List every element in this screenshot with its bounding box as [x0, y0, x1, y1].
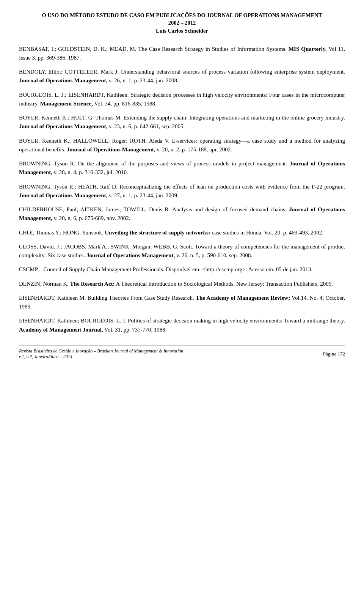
ref-text-part: Unveiling the structure of supply networ…: [105, 230, 210, 236]
ref-entry: DENZIN, Norman K. The Research Act: A Th…: [19, 280, 345, 288]
ref-entry: EISENHARDT, Kathleen M. Building Theorie…: [19, 294, 345, 311]
ref-text-part: A Theoretical Introduction to Sociologic…: [115, 281, 333, 287]
ref-text-part: CHOI, Thomas Y.; HONG, Yunsook.: [19, 230, 105, 236]
ref-text-part: Management Science,: [40, 101, 93, 107]
ref-entry: BROWNING, Tyson R.; HEATH, Ralf D. Recon…: [19, 182, 345, 200]
ref-text-part: The Research Act:: [70, 281, 115, 287]
footer-left: Revista Brasileira de Gestão e Inovação …: [19, 348, 183, 360]
ref-text-part: v. 27, n. 1, p. 23-44, jan. 2009.: [107, 192, 178, 198]
ref-text-part: BROWNING, Tyson R.; HEATH, Ralf D. Recon…: [19, 184, 345, 190]
ref-text-part: case studies in Honda. Vol. 20, p. 469-4…: [210, 230, 323, 236]
ref-text-part: BENBASAT, I.; GOLDSTEIN, D. K.; MEAD, M.…: [19, 46, 289, 52]
ref-text-part: Journal of Operations Management,: [19, 77, 107, 83]
ref-text-part: Journal of Operations Management,: [19, 192, 107, 198]
ref-text-part: DENZIN, Norman K.: [19, 281, 70, 287]
ref-text-part: Journal of Operations Management,: [86, 252, 175, 258]
ref-text-part: CHILDERHOUSE, Paul; AITKEN, James; TOWIL…: [19, 206, 289, 212]
ref-text-part: v. 26, n. 1, p. 23-44, jan. 2008.: [107, 77, 178, 83]
references-section: BENBASAT, I.; GOLDSTEIN, D. K.; MEAD, M.…: [19, 45, 345, 334]
ref-text-part: CSCMP – Council of Supply Chain Manageme…: [19, 266, 312, 272]
ref-text-part: EISENHARDT, Kathleen M. Building Theorie…: [19, 295, 196, 301]
ref-text-part: Vol. 34, pp. 816-835, 1988.: [93, 101, 157, 107]
author-name: Luis Carlos Schneider: [19, 28, 345, 34]
ref-entry: BROWNING, Tyson R. On the alignment of t…: [19, 159, 345, 177]
ref-text-part: The Academy of Management Review;: [196, 295, 290, 301]
ref-text-part: v. 20, n. 6, p. 675-689, nov. 2002.: [52, 215, 130, 221]
main-title: O USO DO MÉTODO ESTUDO DE CASO EM PUBLIC…: [19, 11, 345, 27]
page-footer: Revista Brasileira de Gestão e Inovação …: [19, 346, 345, 360]
ref-entry: CHOI, Thomas Y.; HONG, Yunsook. Unveilin…: [19, 228, 345, 237]
footer-page: Página 172: [323, 351, 345, 357]
ref-entry: BOYER, Kenneth K.; HULT, G. Thomas M. Ex…: [19, 113, 345, 131]
ref-entry: BOURGEOIS, L. J.; EISENHARDT, Kathleen. …: [19, 91, 345, 109]
ref-text-part: v. 26, n. 5, p. 590-610, sep. 2008.: [175, 252, 252, 258]
ref-entry: EISENHARDT, Kathleen; BOURGEOIS, L. J. P…: [19, 316, 345, 334]
ref-entry: BENBASAT, I.; GOLDSTEIN, D. K.; MEAD, M.…: [19, 45, 345, 63]
ref-text-part: BENDOLY, Elliot; COTTELEER, Mark J. Unde…: [19, 69, 345, 75]
ref-entry: CLOSS, David. J.; JACOBS, Mark A.; SWINK…: [19, 242, 345, 260]
ref-text-part: EISENHARDT, Kathleen; BOURGEOIS, L. J. P…: [19, 318, 345, 324]
ref-text-part: Journal of Operations Management,: [67, 146, 155, 153]
ref-entry: BOYER, Kenneth K.; HALLOWELL, Roger; ROT…: [19, 137, 345, 154]
ref-text-part: v. 28, n. 4, p. 316-332, jul. 2010.: [52, 169, 128, 175]
ref-text-part: Academy of Management Journal,: [19, 327, 103, 333]
page-header: O USO DO MÉTODO ESTUDO DE CASO EM PUBLIC…: [19, 11, 345, 34]
ref-text-part: Journal of Operations Management,: [19, 123, 107, 129]
ref-entry: BENDOLY, Elliot; COTTELEER, Mark J. Unde…: [19, 68, 345, 85]
footer-journal: Revista Brasileira de Gestão e Inovação …: [19, 348, 183, 354]
ref-entry: CHILDERHOUSE, Paul; AITKEN, James; TOWIL…: [19, 205, 345, 223]
ref-text-part: MIS Quarterly.: [289, 46, 326, 52]
ref-text-part: BOYER, Kenneth K.; HULT, G. Thomas M. Ex…: [19, 115, 345, 121]
ref-text-part: v. 23, n. 6, p. 642-661, sep. 2005.: [107, 123, 185, 129]
ref-text-part: v. 20, n. 2, p. 175-188, apr. 2002.: [155, 146, 232, 153]
ref-text-part: Vol. 31, pp. 737-770, 1988.: [103, 327, 167, 333]
ref-entry: CSCMP – Council of Supply Chain Manageme…: [19, 265, 345, 274]
footer-volume: v.1, n.2, Janeiro/Abril – 2014: [19, 354, 183, 360]
ref-text-part: BROWNING, Tyson R. On the alignment of t…: [19, 160, 289, 167]
